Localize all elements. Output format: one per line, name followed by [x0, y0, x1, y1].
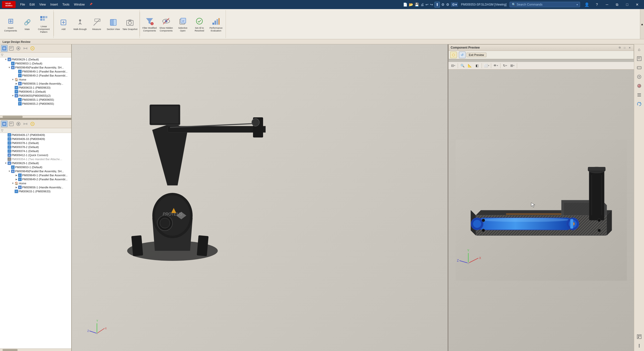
- tree-item-pm655-2[interactable]: ▶ P PM009655-2 (PM009655): [0, 102, 71, 106]
- rsb-more1-btn[interactable]: [635, 332, 643, 341]
- menu-file[interactable]: File: [18, 2, 27, 7]
- lower-config-btn[interactable]: [15, 121, 22, 127]
- lower-feature-tree-btn[interactable]: [1, 121, 8, 127]
- lower-hscrollbar[interactable]: [0, 348, 71, 351]
- vt-section-btn[interactable]: ◧: [474, 63, 480, 69]
- rsb-more2-btn[interactable]: [635, 341, 643, 350]
- tree-item-pm409-33[interactable]: ▶ P PM009409-33 (PM009409): [0, 137, 71, 141]
- ribbon-section-view[interactable]: Section View: [105, 16, 121, 32]
- rsb-sync-btn[interactable]: [635, 100, 643, 108]
- config-manager-btn[interactable]: [15, 45, 22, 52]
- tree-item-pm412-1[interactable]: ▶ A PM009412-1 (Quick Connect): [0, 153, 71, 157]
- rsb-render-btn[interactable]: [635, 82, 643, 90]
- tree-toggle-pm656[interactable]: ▶: [15, 82, 18, 85]
- tree-item-home2[interactable]: ▼ 🏠 Home: [0, 181, 71, 185]
- rsb-assembly-btn[interactable]: [635, 73, 643, 81]
- close-btn[interactable]: ✕: [632, 1, 642, 8]
- exit-preview-btn[interactable]: Exit Preview: [467, 53, 486, 57]
- ribbon-show-hidden[interactable]: Show Hidden Components: [158, 15, 174, 33]
- redo-icon[interactable]: ↪: [430, 3, 433, 7]
- tree-item-pm653-1[interactable]: ▶ P PM009653-1 (Default): [0, 61, 71, 65]
- lower-prop-btn[interactable]: [8, 121, 15, 127]
- preview-close-btn[interactable]: ✕: [628, 46, 632, 50]
- vt-search-btn[interactable]: 🔍: [459, 63, 466, 69]
- tree-item-pm656-1[interactable]: ▶ A PM009656-1 (Handle Assembly...: [0, 82, 71, 86]
- ribbon-add[interactable]: Add: [55, 16, 71, 32]
- tree-item-pm633-1[interactable]: ▶ P PM009633-1 (PM009633): [0, 86, 71, 90]
- vt-rotate-btn[interactable]: ↻ ▾: [502, 63, 508, 69]
- rsb-sketch-btn[interactable]: [635, 54, 643, 63]
- tree-toggle-pm649-1b[interactable]: ▶: [15, 173, 18, 177]
- tree-item-pm656-1b[interactable]: ▶ A PM009656-1 (Handle Assembly...: [0, 185, 71, 189]
- options-icon[interactable]: ⚙: [446, 3, 449, 7]
- maximize-btn[interactable]: □: [622, 1, 632, 8]
- help-btn[interactable]: ?: [592, 1, 602, 8]
- rsb-surface-btn[interactable]: [635, 63, 643, 72]
- tree-toggle-pm629b[interactable]: ▼: [4, 161, 8, 165]
- lower-display-btn[interactable]: [29, 121, 36, 127]
- tree-toggle-home1[interactable]: ▼: [11, 78, 15, 81]
- vt-display-mode-btn[interactable]: ⬜ ▾: [483, 63, 490, 69]
- menu-tools[interactable]: Tools: [60, 2, 71, 7]
- tree-item-pm378-2[interactable]: ▶ P PM009378-2 (Default): [0, 145, 71, 149]
- tree-item-pm378-1[interactable]: ▶ P PM009378-1 (Default): [0, 141, 71, 145]
- tree-item-pm629-1b[interactable]: ▼ A PM009629-1 (Default): [0, 161, 71, 165]
- tree-item-pm354-1[interactable]: ▶ P PM009354-1 (Two Handed Bar Attache..…: [0, 157, 71, 161]
- tree-item-pm649b[interactable]: ▼ A PM009649(Parallel Bar Assembly, SH..…: [0, 169, 71, 173]
- tree-item-pm645-1[interactable]: ▶ P PM009645-1 (Default): [0, 90, 71, 94]
- tree-toggle-pm649b[interactable]: ▼: [8, 169, 11, 173]
- tree-toggle-pm655[interactable]: ▼: [11, 94, 15, 97]
- tree-toggle-pm649-2b[interactable]: ▶: [15, 178, 18, 181]
- tree-item-pm649[interactable]: ▼ A PM009649(Parallel Bar Assembly, SH..…: [0, 65, 71, 69]
- lower-dim-btn[interactable]: [22, 121, 29, 127]
- dim-expert-btn[interactable]: [22, 45, 29, 52]
- panel-divider[interactable]: [0, 118, 71, 120]
- tree-toggle-pm629[interactable]: ▼: [4, 58, 8, 61]
- rsb-mfg-btn[interactable]: [635, 91, 643, 99]
- tree-item-pm633-1b[interactable]: ▶ P PM009633-1 (PM009633): [0, 189, 71, 193]
- settings-dropdown[interactable]: ⚙▾: [451, 2, 458, 7]
- tree-toggle-pm656b[interactable]: ▶: [15, 186, 18, 189]
- preview-restore-btn[interactable]: ⧉: [618, 46, 622, 50]
- ribbon-selective-open[interactable]: Selective Open: [175, 15, 191, 33]
- minimize-btn[interactable]: ─: [602, 1, 612, 8]
- menu-window[interactable]: Window: [72, 2, 87, 7]
- ribbon-insert-components[interactable]: ⊞ Insert Components: [3, 15, 19, 33]
- ribbon-take-snapshot[interactable]: Take Snapshot: [122, 16, 138, 32]
- preview-orbit-btn[interactable]: ↺: [459, 52, 466, 58]
- tree-item-pm655-1[interactable]: ▶ P PM009655-1 (PM009655): [0, 98, 71, 102]
- tree-item-home1[interactable]: ▼ 🏠 Home: [0, 78, 71, 82]
- new-doc-icon[interactable]: 📄: [403, 3, 407, 7]
- rsb-home-btn[interactable]: ⌂: [635, 45, 643, 54]
- tree-item-pm649-1b[interactable]: ▶ P PM009649-1 (Parallel Bar Assembl...: [0, 173, 71, 177]
- select-cursor-icon[interactable]: ⬆: [435, 2, 440, 8]
- tree-item-pm655[interactable]: ▼ A PM009655(PM009655)(2): [0, 94, 71, 98]
- print-icon[interactable]: 🖨: [420, 3, 424, 7]
- rebuild-icon[interactable]: ⚙: [441, 3, 445, 7]
- tree-item-pm409-17[interactable]: ▶ P PM009409-17 (PM009409): [0, 133, 71, 137]
- undo-icon[interactable]: ↩: [425, 3, 428, 7]
- ribbon-walkthrough[interactable]: Walk-through: [72, 16, 88, 32]
- menu-view[interactable]: View: [37, 2, 48, 7]
- ribbon-linear-pattern[interactable]: Linear Component Pattern: [36, 14, 52, 34]
- tree-item-pm649-2b[interactable]: ▶ P PM009649-2 (Parallel Bar Assembl...: [0, 177, 71, 181]
- user-icon-btn[interactable]: 👤: [582, 1, 592, 8]
- tree-toggle-pm649[interactable]: ▼: [8, 66, 11, 69]
- upper-hscrollbar[interactable]: [0, 115, 71, 118]
- save-icon[interactable]: 💾: [415, 3, 419, 7]
- vt-hide-show-btn[interactable]: 👁 ▾: [492, 63, 499, 69]
- scene-3d[interactable]: PROTEUS: [72, 44, 448, 351]
- view-orientations-btn[interactable]: ⊟ ▾: [450, 63, 456, 69]
- tree-toggle-home2[interactable]: ▼: [11, 182, 15, 185]
- vt-more-btn[interactable]: ⊞ ▾: [509, 63, 516, 69]
- tree-item-pm653-1b[interactable]: ▶ P PM009653-1 (Default): [0, 165, 71, 169]
- ribbon-performance[interactable]: Performance Evaluation: [208, 15, 224, 33]
- menu-pin[interactable]: 📌: [87, 2, 94, 7]
- display-manager-btn[interactable]: [29, 45, 36, 52]
- tree-item-pm629-1[interactable]: ▼ A PM009629-1 (Default): [0, 57, 71, 61]
- menu-insert[interactable]: Insert: [48, 2, 60, 7]
- feature-tree-btn[interactable]: [1, 45, 8, 52]
- tree-item-pm374-1[interactable]: ▶ P PM009374-1 (Default): [0, 149, 71, 153]
- ribbon-scroll-right[interactable]: ▲: [640, 9, 644, 39]
- vt-measure-btn[interactable]: 📐: [467, 63, 473, 69]
